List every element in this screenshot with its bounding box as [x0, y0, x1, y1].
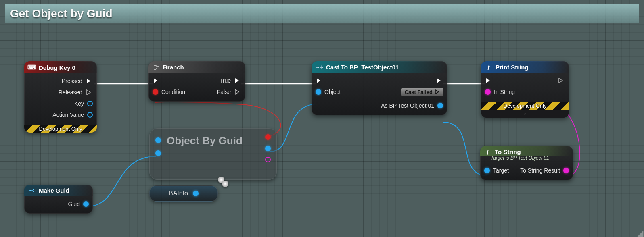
node-bainfo[interactable]: BAInfo	[149, 185, 218, 202]
node-debug-key[interactable]: ⌨ Debug Key 0 Pressed Released Key Actio…	[24, 61, 97, 133]
pin-label: To String Result	[520, 167, 560, 174]
node-header[interactable]: f To String	[480, 146, 573, 156]
node-print-string[interactable]: f Print String In String Development Onl…	[481, 61, 569, 118]
svg-point-6	[318, 67, 319, 68]
bainfo-label: BAInfo	[169, 190, 188, 197]
exec-out-true[interactable]	[234, 77, 241, 84]
svg-marker-1	[87, 90, 90, 95]
cast-failed-label: Cast Failed	[405, 89, 433, 95]
exec-in[interactable]	[316, 77, 323, 84]
resize-grip-icon[interactable]: ◢	[635, 228, 643, 236]
node-title: Object By Guid	[167, 135, 243, 147]
pin-label: Guid	[68, 201, 80, 207]
development-only-stripe: Development Only	[481, 102, 569, 110]
data-out-bainfo[interactable]	[193, 191, 199, 196]
node-make-guid[interactable]: Make Guid Guid	[24, 185, 93, 214]
development-only-stripe: Development Only	[24, 125, 97, 133]
data-out-string[interactable]	[265, 157, 271, 162]
exec-out-false[interactable]	[234, 88, 241, 96]
graph-title-bar: Get Object by Guid	[5, 4, 639, 23]
exec-in[interactable]	[485, 77, 492, 84]
branch-icon	[153, 64, 160, 71]
pin-label: False	[217, 89, 231, 95]
pin-label: In String	[494, 89, 515, 95]
pin-label: As BP Test Object 01	[381, 102, 434, 109]
cast-failed-button[interactable]: Cast Failed	[401, 88, 443, 96]
node-subtitle: Target is BP Test Object 01	[480, 155, 573, 161]
svg-marker-11	[559, 78, 562, 83]
node-header[interactable]: Make Guid	[24, 185, 93, 196]
data-out-object[interactable]	[265, 146, 271, 151]
node-to-string[interactable]: f To String Target is BP Test Object 01 …	[480, 146, 573, 180]
pin-label: Action Value	[52, 112, 84, 118]
data-in-object[interactable]	[316, 89, 321, 95]
node-cast[interactable]: Cast To BP_TestObject01 Object Cast Fail…	[312, 61, 447, 115]
exec-out[interactable]	[558, 77, 565, 84]
cast-icon	[316, 64, 323, 70]
exec-out[interactable]	[436, 77, 443, 84]
hazard-label: Development Only	[39, 126, 82, 132]
svg-marker-7	[317, 78, 320, 83]
data-out-action-value[interactable]	[87, 112, 93, 118]
exec-out-released[interactable]	[86, 89, 93, 96]
node-title: Make Guid	[39, 187, 69, 194]
data-out-asbp[interactable]	[437, 103, 443, 108]
svg-marker-2	[154, 78, 157, 83]
svg-marker-3	[235, 78, 239, 83]
node-object-by-guid[interactable]: Object By Guid	[149, 128, 277, 180]
node-title: Debug Key 0	[39, 64, 75, 71]
data-in-2[interactable]	[155, 150, 161, 156]
data-in-condition[interactable]	[153, 89, 158, 95]
exec-out-pressed[interactable]	[86, 77, 93, 85]
pin-label: Condition	[161, 89, 185, 95]
data-in-string[interactable]	[485, 89, 491, 95]
data-out-valid[interactable]	[265, 134, 271, 140]
struct-icon	[28, 188, 36, 193]
pin-label: Released	[59, 89, 82, 96]
svg-marker-4	[235, 89, 239, 94]
expand-toggle[interactable]: ⌄	[481, 110, 569, 118]
node-header[interactable]: Branch	[148, 61, 245, 73]
pin-label: Object	[324, 89, 341, 95]
function-icon: f	[485, 64, 492, 71]
data-in-1[interactable]	[155, 137, 161, 143]
hazard-label: Development Only	[504, 103, 547, 109]
node-title: Print String	[496, 64, 529, 71]
svg-point-5	[29, 190, 31, 191]
exec-in[interactable]	[153, 77, 160, 84]
node-branch[interactable]: Branch True Condition False	[148, 61, 245, 102]
node-title: To String	[495, 148, 521, 155]
pin-label: True	[220, 77, 231, 84]
data-out-guid[interactable]	[83, 201, 89, 207]
node-header[interactable]: Cast To BP_TestObject01	[312, 61, 447, 73]
data-out-key[interactable]	[87, 101, 93, 106]
svg-marker-10	[486, 78, 490, 83]
pin-label: Target	[493, 167, 509, 174]
svg-marker-8	[437, 78, 441, 83]
pin-label: Key	[74, 100, 84, 107]
node-title: Cast To BP_TestObject01	[326, 64, 399, 71]
svg-marker-9	[435, 90, 439, 94]
keyboard-icon: ⌨	[28, 64, 36, 71]
graph-title: Get Object by Guid	[10, 7, 113, 20]
node-header[interactable]: f Print String	[481, 61, 569, 73]
reroute-knot[interactable]	[222, 181, 228, 187]
node-header[interactable]: ⌨ Debug Key 0	[24, 61, 97, 73]
pin-label: Pressed	[62, 78, 82, 84]
data-out-result[interactable]	[563, 168, 569, 173]
svg-marker-0	[87, 79, 90, 83]
node-title: Branch	[163, 64, 184, 71]
data-in-target[interactable]	[484, 168, 490, 173]
function-icon: f	[484, 148, 491, 155]
